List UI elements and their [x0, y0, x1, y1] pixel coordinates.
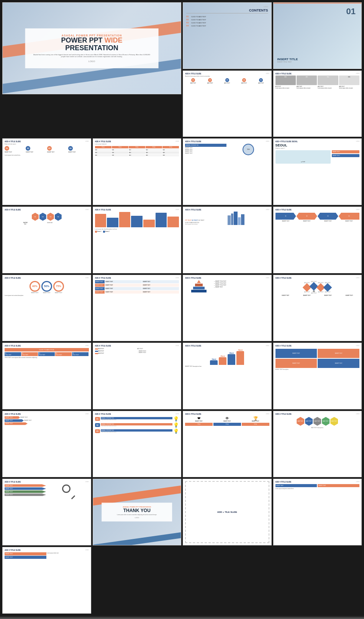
bar-chart [95, 212, 179, 227]
slides-grid: ASADAL POWER PPT PRESENTATION POWER PPT … [0, 0, 364, 616]
slide-numbered-circles[interactable]: ADD A TITLE SLIDE LOGO Body text lorem i… [2, 138, 91, 205]
slide-company-list[interactable]: ADD A TITLE SLIDE LOGO 01 ASADAL INTERNE… [93, 411, 182, 478]
slide-hexagons[interactable]: ADD A TITLE SLIDE LOGO 01 02 03 04 AVATA… [2, 207, 91, 273]
slide-add-tile[interactable]: ADD + TILE SLiDE [183, 479, 272, 545]
slide-magnify-arrows[interactable]: ADD A TITLE SLIDE LOGO INSERT TEXT INSER… [2, 479, 91, 545]
slide-contents[interactable]: LOGO CONTENTS 01CLICK TO ADD TEXT 02CLIC… [183, 2, 272, 69]
slide-numbered-list[interactable]: ADD A TITLE SLIDE LOGO Body text lorem i… [183, 71, 272, 137]
step-04: 04 ADD TEXT [236, 78, 252, 84]
slide-click-table[interactable]: ADD A TITLE SLIDE LOGO CLICK TO ADD TITL… [2, 343, 91, 409]
thank-you-logo: LOGO [106, 517, 167, 519]
section-insert-title: INSERT TITLE [277, 57, 358, 61]
step-01: 01 ADD TEXT [185, 78, 201, 84]
hero-logo: LOGO [33, 60, 151, 62]
section-number: 01 [346, 7, 356, 16]
slide-network[interactable]: ADD A TITLE SLIDE LOGO ASADAL INTERNET I… [183, 138, 272, 205]
slide-thank-you[interactable]: ASADAL POWER PPT PRESENTATION THANK YOU … [93, 479, 182, 545]
png-section: PNG IMAGE [0, 617, 364, 619]
contents-item-3: 03CLICK TO ADD TEXT [186, 21, 268, 24]
hero-title: POWER PPT WIDEPRESENTATION [33, 37, 151, 52]
slide-pentagon-flow[interactable]: ADD A TITLE SLIDE LOGO 01 02 03 04 INSER… [273, 207, 362, 273]
slide-photos-text[interactable]: ADD A TITLE SLIDE LOGO IMG IMG IMG IMG A… [273, 71, 362, 137]
slide-title-1: ADD A TITLE SLIDE [185, 73, 201, 75]
contents-item-1: 01CLICK TO ADD TEXT [186, 15, 268, 18]
slide-branch[interactable]: ADD A TITLE SLIDE LOGO ADD TEXT ADD TEXT [93, 343, 182, 409]
slide-hexagon-grid[interactable]: ADD A TITLE SLIDE LOGO ADD TEXT ADD TEXT… [273, 411, 362, 478]
slide-section01[interactable]: 01 INSERT TITLE INSERT TITLE TEXT [273, 2, 362, 69]
slide-percentage[interactable]: ADD A TITLE SLIDE LOGO 40% INSERT TEXT 5… [2, 275, 91, 342]
add-tile-label: ADD + TILE SLiDE [217, 511, 237, 513]
slide-cityscape[interactable]: ADD A TITLE SLIDE LOGO PP TEXT 02 TEXT 0… [183, 207, 272, 273]
step-03: 03 ADD TEXT [219, 78, 235, 84]
slide-add-4-title-1[interactable]: ADD 4 TITLE SLIDE LOGO INSERT TEXT INSER… [273, 479, 362, 545]
slide-bar-chart[interactable]: ADD A TITLE SLIDE LOGO Lorem ipsum bar c… [93, 207, 182, 273]
slide-hero[interactable]: ASADAL POWER PPT PRESENTATION POWER PPT … [2, 2, 181, 94]
hero-body: Asadal has been running one of the bigge… [33, 54, 151, 58]
slide-cross-grid[interactable]: ADD A TITLE SLIDE LOGO INSERT TEXT INSER… [273, 343, 362, 409]
slide-add-4-title-2[interactable]: ADD 4 TITLE SLIDE LOGO INSERT TEXT INSER… [2, 547, 91, 614]
step-05: 05 ADD TEXT [253, 78, 269, 84]
slide-arrows[interactable]: ADD A TITLE SLIDE LOGO INSERT TEXT INSER… [2, 411, 91, 478]
slide-pyramid[interactable]: ADD A TITLE SLIDE LOGO — INSERT TITLE TE… [183, 275, 272, 342]
contents-title: CONTENTS [186, 8, 268, 13]
slide-table[interactable]: ADD A TITLE SLIDE LOGO Lorem ipsum body … [93, 138, 182, 205]
thank-you-body: Lorem ipsum dolor sit amet consectetur a… [106, 514, 167, 516]
slide-seoul[interactable]: ADD 4 TITLE SLIDE SEOUL LOGO SEOUL Click… [273, 138, 362, 205]
slide-staircase[interactable]: ADD A TITLE SLIDE LOGO 1text 2text 3text… [183, 343, 272, 409]
seoul-label: SEOUL [275, 143, 360, 147]
thank-you-title: THANK YOU [106, 508, 167, 513]
contents-item-4: 04CLICK TO ADD TEXT [186, 24, 268, 27]
slide-icons-hearts[interactable]: ADD A TITLE SLIDE LOGO ❤ INSERT TEXT 👁 I… [183, 411, 272, 478]
slide-horiz-table[interactable]: ADD A TITLE SLIDE LOGO INSERT TEXT INSER… [93, 275, 182, 342]
step-02: 02 ADD TEXT [202, 78, 218, 84]
contents-item-2: 02CLICK TO ADD TEXT [186, 18, 268, 21]
slide-diamonds[interactable]: ADD A TITLE SLIDE LOGO ADD TEXT ADD TEXT… [273, 275, 362, 342]
